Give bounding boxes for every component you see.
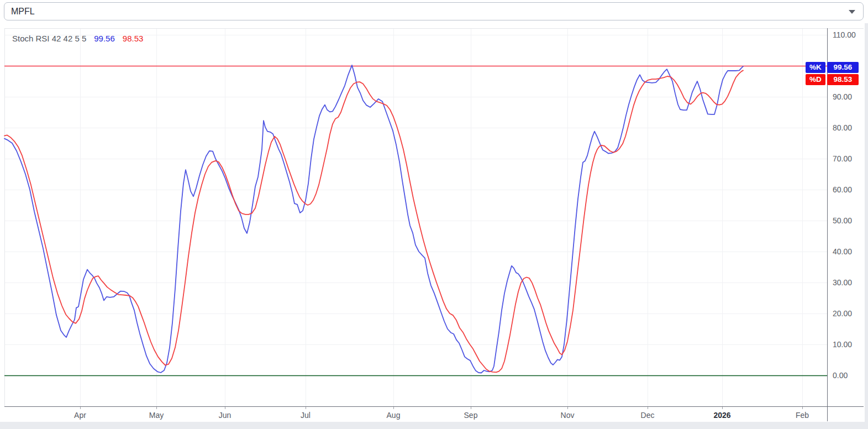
time-label: May: [134, 411, 178, 420]
price-label: 50.00: [833, 216, 852, 225]
time-label: 2026: [700, 411, 744, 420]
price-label: 0.00: [833, 371, 848, 380]
price-label: 30.00: [833, 278, 852, 287]
k-badge-value: 99.56: [827, 62, 859, 73]
stoch-rsi-plot[interactable]: [0, 0, 868, 429]
price-label: 20.00: [833, 309, 852, 318]
time-label: Feb: [780, 411, 824, 420]
time-label: Dec: [625, 411, 670, 420]
d-line-series: [4, 70, 743, 372]
time-label: Apr: [58, 411, 102, 420]
price-label: 60.00: [833, 185, 852, 194]
indicator-k-value: 99.56: [94, 34, 115, 44]
indicator-d-value: 98.53: [123, 34, 144, 44]
k-badge-label: %K: [806, 62, 825, 73]
d-badge-label: %D: [806, 74, 825, 85]
price-label: 80.00: [833, 123, 852, 132]
time-label: Jun: [203, 411, 247, 420]
time-label: Jul: [283, 411, 328, 420]
price-label: 70.00: [833, 154, 852, 163]
time-label: Nov: [545, 411, 590, 420]
price-label: 40.00: [833, 247, 852, 256]
indicator-legend[interactable]: Stoch RSI 42 42 5 5 99.56 98.53: [12, 34, 143, 44]
indicator-title: Stoch RSI 42 42 5 5: [12, 34, 86, 44]
time-label: Aug: [371, 411, 415, 420]
price-label: 110.00: [833, 30, 856, 39]
price-label: 90.00: [833, 92, 852, 101]
d-badge-value: 98.53: [827, 74, 859, 85]
time-label: Sep: [449, 411, 493, 420]
price-label: 10.00: [833, 340, 852, 349]
